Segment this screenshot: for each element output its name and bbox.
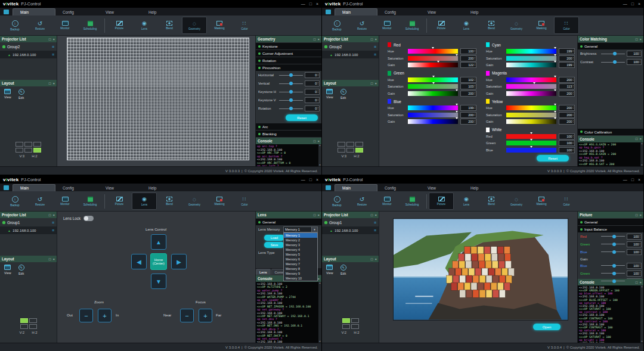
- gradient-bar[interactable]: [506, 105, 556, 110]
- tool-monitor[interactable]: Monitor: [374, 192, 400, 210]
- dock-icon[interactable]: □: [49, 213, 51, 217]
- tool-masking[interactable]: Masking: [207, 17, 232, 34]
- tool-monitor[interactable]: Monitor: [374, 17, 400, 34]
- value-spinner[interactable]: 100▴▾: [559, 140, 575, 146]
- tool-geometry[interactable]: ◌Geometry: [504, 192, 529, 210]
- preview-image[interactable]: [394, 219, 568, 320]
- save-button[interactable]: Save: [264, 242, 284, 248]
- tool-lens[interactable]: ◉Lens: [132, 17, 157, 34]
- menu-main[interactable]: Main: [335, 184, 377, 191]
- layout-edit-button[interactable]: ✎Edit: [18, 265, 24, 275]
- spinner-arrows[interactable]: ▴▾: [572, 49, 574, 52]
- spinner-arrows[interactable]: ▴▾: [572, 120, 574, 123]
- lens-shift-down-button[interactable]: ▼: [151, 274, 166, 289]
- gradient-bar[interactable]: [408, 113, 458, 117]
- gradient-bar[interactable]: [506, 63, 556, 67]
- layout-cell[interactable]: [338, 142, 345, 147]
- slider-track[interactable]: [601, 54, 625, 54]
- value-spinner[interactable]: 199▴▾: [559, 48, 575, 54]
- value-spinner[interactable]: 200▴▾: [460, 112, 476, 118]
- value-spinner[interactable]: 100▴▾: [559, 133, 575, 139]
- close-icon[interactable]: ×: [317, 139, 320, 143]
- lens-home-center-button[interactable]: Home (Center): [150, 253, 167, 270]
- bar-marker[interactable]: [432, 47, 434, 49]
- tool-backup[interactable]: ↓Backup: [324, 192, 349, 210]
- console-output[interactable]: <<192.168.0.100<<<OP ALTITUDE = 2op wate…: [256, 282, 321, 343]
- lens-shift-left-button[interactable]: ◀: [131, 254, 147, 269]
- layout-edit-button[interactable]: ✎Edit: [340, 89, 346, 100]
- tool-masking[interactable]: Masking: [529, 17, 554, 34]
- slider-track[interactable]: [279, 108, 303, 109]
- slider-track[interactable]: [601, 265, 625, 266]
- projector-menu-icon[interactable]: ≡: [374, 229, 376, 232]
- bar-marker[interactable]: [530, 146, 532, 148]
- slider-handle[interactable]: [612, 250, 616, 254]
- slider-handle[interactable]: [289, 107, 293, 110]
- spinner-arrows[interactable]: ▴▾: [317, 73, 318, 76]
- layout-cell[interactable]: [16, 148, 23, 153]
- spinner-arrows[interactable]: ▴▾: [572, 148, 574, 151]
- maximize-button[interactable]: □: [309, 178, 312, 182]
- bar-marker[interactable]: [456, 111, 458, 113]
- value-spinner[interactable]: 200▴▾: [559, 77, 575, 83]
- group-menu-icon[interactable]: ≡: [52, 45, 54, 49]
- menu-config[interactable]: Config: [377, 9, 420, 15]
- bar-marker[interactable]: [432, 82, 435, 84]
- section-arc[interactable]: Arc: [256, 123, 321, 130]
- tool-restore[interactable]: ↺Restore: [27, 17, 52, 34]
- tool-lens[interactable]: ◉Lens: [454, 192, 479, 210]
- menu-view[interactable]: View: [420, 9, 463, 15]
- bar-marker[interactable]: [456, 89, 458, 91]
- console-scrollbar[interactable]: ▲▼: [640, 285, 643, 343]
- slider-track[interactable]: [601, 251, 625, 252]
- close-icon[interactable]: ×: [317, 277, 320, 281]
- bar-marker[interactable]: [554, 61, 556, 63]
- menu-help[interactable]: Help: [463, 185, 506, 191]
- close-icon[interactable]: ×: [374, 38, 377, 41]
- value-spinner[interactable]: 0▴▾: [305, 89, 320, 95]
- slider-handle[interactable]: [612, 272, 616, 275]
- gradient-bar[interactable]: [506, 134, 556, 139]
- dock-icon[interactable]: □: [636, 281, 638, 284]
- dropdown-option[interactable]: Memory 6: [284, 257, 317, 262]
- menu-help[interactable]: Help: [463, 9, 506, 15]
- menu-config[interactable]: Config: [55, 185, 98, 191]
- slider-handle[interactable]: [613, 52, 617, 55]
- tool-picture[interactable]: Picture: [429, 192, 454, 210]
- bar-marker[interactable]: [554, 76, 556, 77]
- close-icon[interactable]: ×: [639, 281, 642, 284]
- gradient-bar[interactable]: [408, 56, 458, 61]
- value-spinner[interactable]: 199▴▾: [559, 62, 575, 68]
- gradient-bar[interactable]: [506, 56, 556, 61]
- zoom-in-button[interactable]: +: [98, 309, 112, 322]
- spinner-arrows[interactable]: ▴▾: [474, 49, 475, 52]
- dropdown-option[interactable]: Memory 2: [284, 238, 317, 243]
- layout-view-button[interactable]: View: [4, 265, 11, 275]
- dock-icon[interactable]: □: [636, 213, 638, 217]
- section-corner-adjustment[interactable]: Corner Adjustment: [256, 50, 321, 57]
- console-output[interactable]: <<<OP HSG.G.GAIN = 200op hsg.b.gain ?<<1…: [578, 142, 643, 167]
- dropdown-option[interactable]: Memory 8: [284, 266, 317, 271]
- menu-config[interactable]: Config: [55, 9, 98, 15]
- value-spinner[interactable]: 122▴▾: [460, 62, 476, 68]
- console-scrollbar[interactable]: ▲▼: [318, 282, 321, 343]
- slider-handle[interactable]: [289, 82, 293, 85]
- slider-track[interactable]: [279, 75, 303, 76]
- close-icon[interactable]: ×: [374, 82, 377, 85]
- tool-scheduling[interactable]: Scheduling: [400, 192, 425, 210]
- close-icon[interactable]: ×: [639, 38, 642, 41]
- tool-blend[interactable]: Blend: [479, 192, 504, 210]
- maximize-button[interactable]: □: [631, 2, 634, 6]
- layout-cell[interactable]: [351, 318, 359, 323]
- spinner-arrows[interactable]: ▴▾: [474, 78, 475, 81]
- bar-marker[interactable]: [554, 54, 556, 56]
- layout-cell[interactable]: [20, 324, 28, 329]
- console-output[interactable]: <<192.168.0.100<<<OP GREEN.OFFSET = 100o…: [578, 285, 643, 343]
- value-spinner[interactable]: 100▴▾: [627, 234, 642, 240]
- bar-marker[interactable]: [437, 61, 439, 63]
- value-spinner[interactable]: 0▴▾: [305, 97, 320, 103]
- slider-handle[interactable]: [289, 90, 293, 94]
- slider-handle[interactable]: [289, 98, 293, 102]
- layout-view-button[interactable]: View: [326, 89, 333, 100]
- section-general[interactable]: General: [256, 219, 321, 225]
